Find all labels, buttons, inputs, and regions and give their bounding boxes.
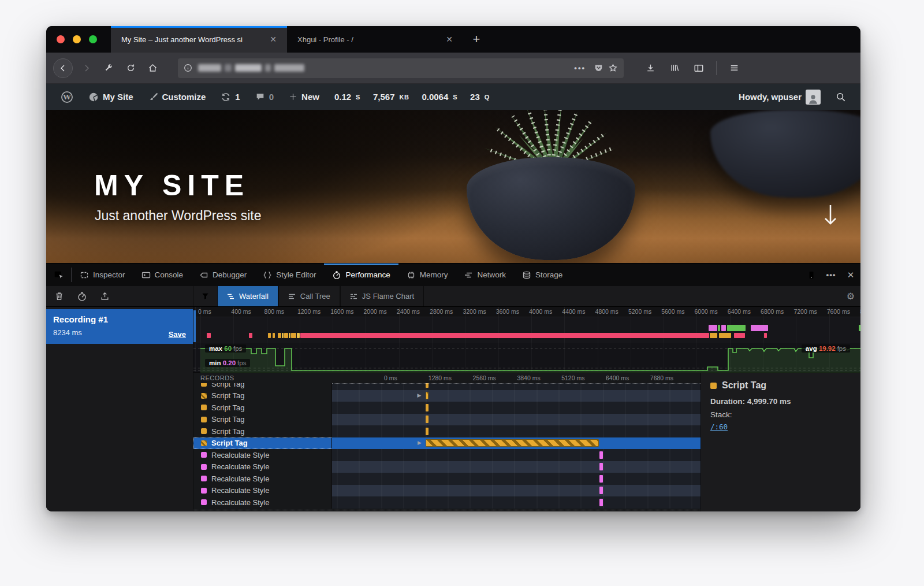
browser-tab[interactable]: My Site – Just another WordPress si✕ [111, 26, 287, 53]
perf-stat[interactable]: 0.0064S [415, 92, 464, 102]
site-info-icon[interactable] [184, 64, 192, 72]
debugger-icon [199, 270, 208, 280]
record-row-script-tag[interactable]: Script Tag [193, 402, 701, 414]
overview-marker [764, 333, 767, 338]
tab-label: Memory [420, 270, 448, 279]
back-button[interactable] [53, 58, 73, 78]
timeline-bar[interactable] [426, 428, 429, 435]
timeline-bar[interactable] [426, 416, 429, 423]
record-row-script-tag[interactable]: Script Tag [193, 383, 701, 390]
wp-logo-icon[interactable]: W [54, 84, 80, 110]
timeline-bar[interactable] [426, 404, 429, 411]
sidebar-icon[interactable] [690, 59, 708, 77]
overview-selection-handle[interactable] [193, 310, 196, 342]
ruler-tick: 0 ms [198, 308, 211, 315]
timeline-bar[interactable] [599, 463, 603, 470]
browser-tab[interactable]: Xhgui - Profile - /✕ [287, 26, 463, 53]
ruler-tick: 8000 [860, 308, 860, 315]
new-content-button[interactable]: New [282, 84, 326, 110]
menu-hamburger-icon[interactable] [725, 59, 743, 77]
overview-track[interactable] [193, 317, 860, 343]
new-tab-button[interactable]: + [463, 26, 490, 53]
timeline-bar[interactable] [599, 475, 603, 483]
devtools-tab-console[interactable]: Console [133, 264, 192, 286]
timeline-bar[interactable] [426, 439, 599, 447]
expander-arrow-icon[interactable]: ▶ [418, 440, 422, 446]
record-timeline-cell [332, 425, 701, 437]
stack-frame-link[interactable]: /:60 [710, 422, 728, 431]
devtools-tab-network[interactable]: Network [456, 264, 514, 286]
customize-link[interactable]: Customize [142, 84, 213, 110]
pocket-icon[interactable] [594, 63, 603, 73]
devtools-tab-debugger[interactable]: Debugger [191, 264, 255, 286]
my-site-menu[interactable]: My Site [82, 84, 140, 110]
devtools-tab-style-editor[interactable]: Style Editor [255, 264, 324, 286]
save-recording-link[interactable]: Save [169, 330, 186, 339]
import-recording-icon[interactable] [100, 291, 110, 301]
account-menu[interactable]: Howdy, wpuser [732, 84, 827, 110]
view-label: Call Tree [300, 292, 330, 301]
expander-arrow-icon[interactable]: ▶ [418, 392, 422, 398]
wrench-icon[interactable] [99, 59, 118, 77]
record-row-script-tag[interactable]: Script Tag [193, 414, 701, 426]
records-header: RECORDS [193, 373, 332, 383]
close-window-button[interactable] [57, 35, 65, 43]
node-picker-icon[interactable] [46, 268, 72, 282]
bookmark-star-icon[interactable] [608, 63, 618, 73]
record-row-recalculate-style[interactable]: Recalculate Style [193, 485, 701, 497]
perf-stat[interactable]: 7,567KB [367, 92, 415, 102]
responsive-mode-icon[interactable] [802, 264, 821, 286]
timeline-bar[interactable] [599, 487, 603, 494]
record-timeline-cell [332, 383, 701, 390]
timeline-bar[interactable] [426, 383, 429, 388]
devtools-tab-performance[interactable]: Performance [324, 264, 398, 286]
record-row-recalculate-style[interactable]: Recalculate Style [193, 449, 701, 461]
settings-gear-icon[interactable]: ⚙ [847, 286, 855, 306]
record-row-script-tag[interactable]: Script Tag [193, 425, 701, 437]
forward-button[interactable] [77, 59, 96, 77]
recording-item[interactable]: Recording #1 8234 ms Save [46, 309, 193, 344]
devtools-tab-memory[interactable]: Memory [398, 264, 456, 286]
devtools-meatball-menu-icon[interactable]: ••• [821, 264, 841, 286]
perf-stat[interactable]: 0.12S [328, 92, 367, 102]
scroll-down-arrow-icon[interactable] [822, 203, 839, 229]
record-row-recalculate-style[interactable]: Recalculate Style [193, 473, 701, 485]
record-row-script-tag[interactable]: Script Tag▶ [193, 437, 701, 450]
view-button-waterfall[interactable]: Waterfall [217, 286, 278, 306]
timeline-bar[interactable] [426, 392, 429, 399]
record-label: Script Tag [211, 383, 245, 388]
timeline-bar[interactable] [599, 499, 603, 506]
perf-stat[interactable]: 23Q [464, 92, 496, 102]
devtools-close-icon[interactable]: ✕ [841, 264, 860, 286]
devtools-tab-inspector[interactable]: Inspector [72, 264, 133, 286]
start-recording-stopwatch-icon[interactable] [77, 291, 87, 302]
waterfall-grid-header: 0 ms1280 ms2560 ms3840 ms5120 ms6400 ms7… [332, 373, 701, 383]
library-icon[interactable] [665, 59, 684, 77]
updates-badge[interactable]: 1 [214, 84, 246, 110]
comments-badge[interactable]: 0 [249, 84, 280, 110]
tab-close-icon[interactable]: ✕ [442, 34, 456, 45]
reload-button[interactable] [121, 59, 140, 77]
fps-max-label: max 60fps [205, 344, 246, 353]
page-actions-icon[interactable]: ••• [571, 64, 589, 72]
view-button-js-flame-chart[interactable]: JS Flame Chart [340, 286, 424, 306]
devtools-tab-storage[interactable]: Storage [514, 264, 571, 286]
zoom-window-button[interactable] [89, 35, 97, 43]
clear-recordings-trash-icon[interactable] [54, 291, 64, 301]
record-timeline-cell: ▶ [332, 437, 701, 450]
view-button-call-tree[interactable]: Call Tree [278, 286, 340, 306]
tab-label: Network [477, 270, 506, 279]
search-icon[interactable] [829, 84, 852, 110]
overview-marker [709, 325, 718, 331]
filter-funnel-icon[interactable] [193, 286, 217, 306]
timeline-bar[interactable] [599, 451, 603, 459]
ruler-tick: 800 ms [264, 308, 284, 315]
home-button[interactable] [143, 59, 162, 77]
tab-close-icon[interactable]: ✕ [266, 34, 280, 45]
record-row-script-tag[interactable]: Script Tag▶ [193, 390, 701, 402]
download-icon[interactable] [641, 59, 660, 77]
minimize-window-button[interactable] [73, 35, 81, 43]
record-row-recalculate-style[interactable]: Recalculate Style [193, 496, 701, 509]
record-row-recalculate-style[interactable]: Recalculate Style [193, 461, 701, 473]
url-bar[interactable]: ••• [178, 58, 624, 78]
